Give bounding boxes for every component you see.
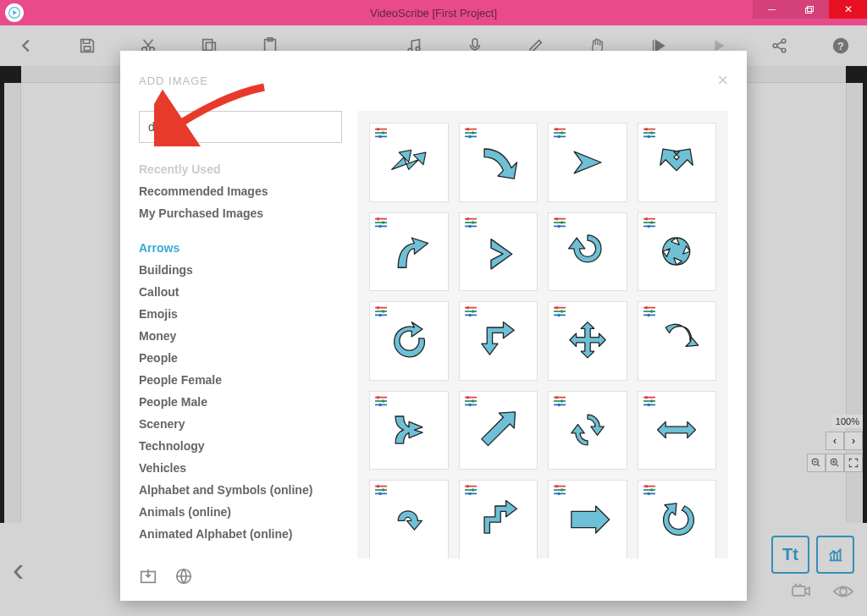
svg-point-68 [649,221,653,224]
svg-point-40 [557,135,561,139]
category-item[interactable]: Scenery [139,413,332,435]
svg-point-56 [471,221,474,224]
image-tile[interactable] [369,391,449,470]
image-tile[interactable] [638,480,717,558]
category-item[interactable]: Vehicles [139,457,332,479]
image-grid [369,123,716,558]
image-tile[interactable] [548,301,627,381]
svg-point-118 [647,403,650,406]
app-icon [5,3,24,22]
category-item[interactable]: Buildings [139,259,332,281]
image-tile[interactable] [459,391,538,470]
maximize-button[interactable] [791,0,829,19]
svg-point-114 [644,395,648,399]
import-icon[interactable] [139,567,157,586]
svg-point-26 [382,131,385,135]
svg-point-80 [471,310,474,313]
section-item[interactable]: My Purchased Images [139,202,332,224]
category-item[interactable]: Technology [139,435,332,457]
image-tile[interactable] [548,212,627,292]
svg-point-132 [555,485,559,488]
minimize-button[interactable]: ─ [753,0,791,19]
category-item[interactable]: Alphabet and Symbols (online) [139,479,332,501]
svg-point-138 [644,485,648,488]
svg-point-30 [466,128,469,131]
image-tile[interactable] [369,301,449,381]
image-tile[interactable] [459,301,538,381]
svg-point-36 [555,128,559,131]
svg-point-54 [466,217,469,220]
svg-point-136 [557,492,561,496]
image-tile[interactable] [548,391,627,470]
svg-point-52 [378,224,382,228]
svg-point-64 [557,224,561,228]
svg-point-48 [377,217,380,220]
svg-rect-2 [808,6,814,11]
modal-close-button[interactable]: × [717,69,728,91]
svg-point-98 [382,399,385,403]
svg-point-130 [468,492,472,496]
window-titlebar: VideoScribe [First Project] ─ ✕ [0,0,867,25]
svg-point-32 [471,131,474,135]
svg-point-24 [377,128,380,131]
svg-point-120 [377,485,380,488]
category-item[interactable]: Arrows [139,237,332,259]
svg-point-62 [561,221,564,224]
category-item[interactable]: People Female [139,369,332,391]
section-item[interactable]: Recommended Images [139,180,332,202]
category-item[interactable]: Animals (online) [139,501,332,523]
image-tile[interactable] [638,212,717,292]
image-tile[interactable] [638,301,717,381]
image-tile[interactable] [459,212,538,292]
category-item[interactable]: Animated Alphabet (online) [139,523,332,545]
svg-point-76 [378,314,382,317]
category-item[interactable]: People Male [139,391,332,413]
window-controls: ─ ✕ [753,0,867,25]
category-item[interactable]: People [139,347,332,369]
svg-point-100 [378,403,382,406]
svg-point-58 [468,224,472,228]
svg-point-44 [649,131,653,135]
image-tile[interactable] [548,123,627,202]
category-list[interactable]: Recently UsedRecommended ImagesMy Purcha… [139,158,342,558]
image-tile[interactable] [369,123,449,202]
close-button[interactable]: ✕ [829,0,867,19]
category-item[interactable]: Emojis [139,303,332,325]
modal-title: ADD IMAGE [139,74,208,87]
svg-point-92 [649,310,653,313]
svg-point-34 [468,135,472,139]
image-tile[interactable] [459,123,538,202]
svg-point-84 [555,306,559,310]
svg-point-66 [644,217,648,220]
add-image-modal: ADD IMAGE × Recently UsedRecommended Ima… [120,51,747,601]
image-tile[interactable] [459,480,538,558]
svg-point-74 [382,310,385,313]
svg-point-60 [555,217,559,220]
svg-point-46 [647,135,650,139]
svg-point-86 [561,310,564,313]
svg-point-142 [647,492,650,496]
svg-point-28 [378,135,382,139]
svg-point-72 [377,306,380,310]
category-item[interactable]: Money [139,325,332,347]
svg-point-82 [468,314,472,317]
svg-point-90 [644,306,648,310]
image-tile[interactable] [638,391,717,470]
svg-point-140 [649,488,653,492]
svg-point-94 [647,314,650,317]
web-icon[interactable] [174,567,193,586]
svg-point-116 [649,399,653,403]
svg-rect-1 [806,8,812,13]
category-item[interactable]: Callout [139,281,332,303]
image-tile[interactable] [369,480,449,558]
search-input[interactable] [139,111,342,143]
svg-point-38 [561,131,564,135]
svg-point-50 [382,221,385,224]
svg-point-126 [466,485,469,488]
section-item[interactable]: Recently Used [139,158,332,180]
image-tile[interactable] [548,480,627,558]
image-tile[interactable] [638,123,717,202]
image-tile[interactable] [369,212,449,292]
svg-point-106 [468,403,472,406]
svg-point-102 [466,395,469,399]
